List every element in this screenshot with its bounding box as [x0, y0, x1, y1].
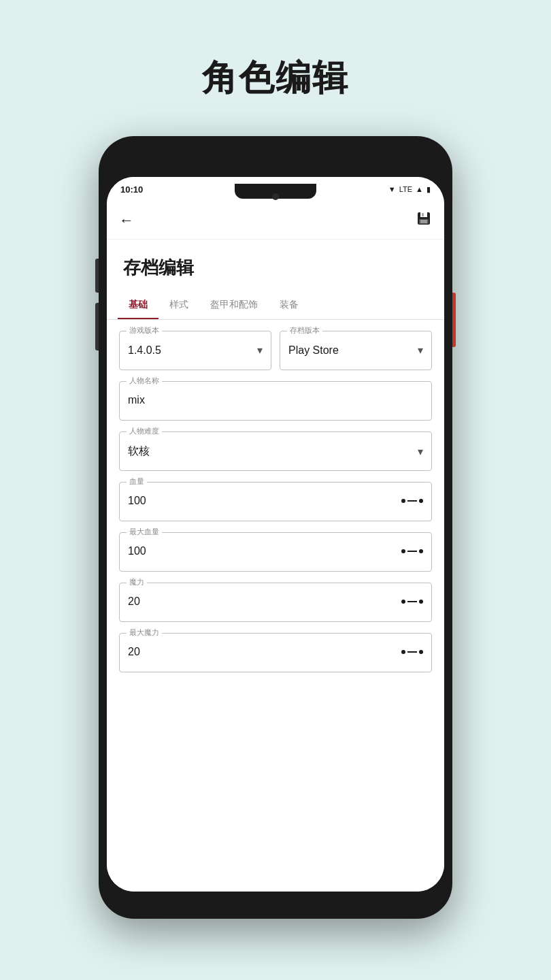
volume-up-button [95, 259, 99, 293]
app-bar: ← [107, 201, 444, 240]
phone-notch [235, 184, 316, 199]
dot3 [401, 549, 405, 553]
max-health-field[interactable]: 最大血量 100 [119, 532, 432, 572]
svg-rect-2 [422, 213, 424, 216]
tab-armor[interactable]: 盔甲和配饰 [199, 291, 269, 319]
phone-screen: 10:10 ▼ LTE ▲ ▮ ← [107, 177, 444, 892]
mana-value: 20 [128, 595, 423, 608]
mana-field[interactable]: 魔力 20 [119, 583, 432, 622]
max-health-label: 最大血量 [127, 527, 162, 537]
wifi-icon: ▼ [388, 185, 396, 193]
max-mana-field[interactable]: 最大魔力 20 [119, 633, 432, 672]
max-mana-label: 最大魔力 [127, 627, 162, 638]
max-mana-value: 20 [128, 646, 423, 658]
section-title: 存档编辑 [107, 240, 444, 291]
health-value: 100 [128, 495, 423, 507]
save-version-field[interactable]: 存档版本 Play Store ▾ [280, 331, 432, 370]
mana-spinner[interactable] [401, 600, 423, 604]
save-version-value: Play Store ▾ [288, 344, 423, 357]
dot2 [419, 499, 423, 503]
tab-style[interactable]: 样式 [158, 291, 199, 319]
version-row: 游戏版本 1.4.0.5 ▾ 存档版本 Play Store ▾ [119, 331, 432, 370]
camera [272, 193, 279, 200]
dot4 [419, 549, 423, 553]
max-health-spinner[interactable] [401, 549, 423, 553]
character-difficulty-value: 软核 ▾ [128, 444, 423, 459]
dot7 [401, 650, 405, 654]
content-area: 存档编辑 基础 样式 盔甲和配饰 装备 [107, 240, 444, 892]
battery-icon: ▮ [427, 185, 431, 194]
dot5 [401, 600, 405, 604]
status-time: 10:10 [120, 184, 143, 195]
health-label: 血量 [127, 476, 147, 487]
line4 [407, 651, 417, 653]
tabs-container: 基础 样式 盔甲和配饰 装备 [107, 291, 444, 320]
game-version-label: 游戏版本 [127, 325, 162, 336]
save-icon [416, 210, 432, 227]
character-name-label: 人物名称 [127, 376, 162, 386]
dot8 [419, 650, 423, 654]
tab-equipment[interactable]: 装备 [269, 291, 310, 319]
save-version-dropdown-icon: ▾ [418, 344, 423, 357]
health-field[interactable]: 血量 100 [119, 482, 432, 521]
character-name-value: mix [128, 394, 423, 406]
volume-down-button [95, 303, 99, 350]
status-icons: ▼ LTE ▲ ▮ [388, 185, 431, 194]
line1 [407, 500, 417, 502]
back-button[interactable]: ← [119, 212, 134, 229]
line3 [407, 601, 417, 602]
dot6 [419, 600, 423, 604]
game-version-dropdown-icon: ▾ [257, 344, 263, 357]
game-version-field[interactable]: 游戏版本 1.4.0.5 ▾ [119, 331, 271, 370]
signal-icon: ▲ [416, 185, 423, 193]
max-health-value: 100 [128, 545, 423, 557]
line2 [407, 551, 417, 552]
phone-frame-wrapper: 10:10 ▼ LTE ▲ ▮ ← [99, 136, 452, 919]
save-version-label: 存档版本 [287, 325, 322, 336]
character-difficulty-field[interactable]: 人物难度 软核 ▾ [119, 431, 432, 471]
svg-rect-4 [420, 220, 427, 223]
difficulty-dropdown-icon: ▾ [418, 445, 423, 458]
mana-label: 魔力 [127, 577, 147, 587]
max-mana-spinner[interactable] [401, 650, 423, 654]
character-name-field[interactable]: 人物名称 mix [119, 381, 432, 421]
dot1 [401, 499, 405, 503]
power-button [452, 293, 456, 347]
save-button[interactable] [416, 210, 432, 231]
character-difficulty-label: 人物难度 [127, 426, 162, 436]
health-spinner[interactable] [401, 499, 423, 503]
tab-basics[interactable]: 基础 [118, 291, 158, 319]
game-version-value: 1.4.0.5 ▾ [128, 344, 263, 357]
form-area: 游戏版本 1.4.0.5 ▾ 存档版本 Play Store ▾ [107, 320, 444, 694]
lte-label: LTE [399, 185, 412, 193]
page-title: 角色编辑 [202, 54, 349, 102]
